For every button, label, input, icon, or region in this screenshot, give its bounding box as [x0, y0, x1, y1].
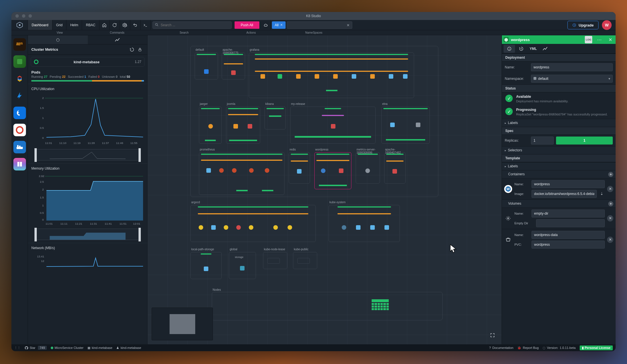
ns-kubesystem[interactable]: kube-system [329, 205, 400, 242]
delete-volume1-button[interactable]: ✕ [607, 215, 613, 221]
volume2-name-input[interactable] [532, 231, 605, 239]
ns-kubenodelease[interactable]: kube-node-lease [263, 252, 287, 269]
terminal-icon[interactable] [141, 20, 151, 30]
cluster-rancher[interactable] [13, 141, 26, 153]
namespace-chip-all[interactable]: All✕ [272, 21, 286, 29]
ns-kibana[interactable]: kibana [264, 107, 286, 129]
storage-icon [504, 236, 512, 244]
close-dot[interactable] [15, 14, 19, 18]
svg-point-6 [16, 127, 23, 133]
undo-icon[interactable] [130, 20, 141, 30]
delete-container-button[interactable]: ✕ [607, 186, 613, 192]
cluster-card[interactable]: kind-metabase 1.27 [31, 57, 144, 67]
subtab-info[interactable] [504, 45, 515, 53]
cluster-item-2[interactable] [13, 55, 26, 68]
sb-menu[interactable]: ⋮⋮ [14, 346, 21, 350]
container-name-input[interactable] [532, 180, 605, 188]
clear-icon[interactable]: ✕ [347, 23, 350, 27]
delete-volume2-button[interactable]: ✕ [607, 237, 613, 243]
cluster-docs[interactable] [13, 158, 26, 170]
ns-localstorage[interactable]: local-path-storage [190, 252, 222, 279]
sb-bug[interactable]: 🐞 Report Bug [517, 346, 539, 350]
sb-license[interactable]: ▮ Personal License [580, 345, 613, 350]
metrics-tab-hex[interactable]: ⬡ [28, 35, 88, 44]
add-volume-button[interactable]: + [608, 201, 613, 206]
search-input[interactable] [152, 21, 232, 29]
ns-prometheus[interactable]: prometheus [199, 152, 284, 195]
metrics-header: Cluster Metrics [28, 44, 147, 55]
subtab-history[interactable] [516, 45, 527, 53]
reset-icon[interactable] [128, 46, 136, 54]
sb-context-1[interactable]: ▦ kind-metabase [87, 346, 112, 350]
user-avatar[interactable]: W [602, 20, 612, 30]
ns-apache2[interactable]: apache-1698407482 [384, 152, 406, 184]
close-icon[interactable]: ✕ [606, 36, 614, 43]
add-container-button[interactable]: + [608, 172, 613, 177]
namespace-select[interactable]: default▾ [531, 75, 613, 83]
volume1-name-input[interactable] [532, 210, 605, 217]
expand-labels[interactable]: ▸Labels [502, 119, 616, 127]
volume1-type-input[interactable] [536, 219, 605, 227]
net-chart[interactable]: 13.4112 [31, 252, 144, 269]
lock-icon[interactable] [136, 46, 144, 54]
ns-myrelease[interactable]: my-release [290, 107, 376, 144]
minimize-dot[interactable] [22, 14, 25, 18]
cloud-sync-icon[interactable] [260, 20, 271, 30]
mem-brush[interactable] [35, 229, 140, 240]
cluster-digitalocean[interactable] [13, 107, 26, 119]
maximize-dot[interactable] [28, 14, 32, 18]
replicas-input[interactable] [531, 137, 554, 145]
ns-default[interactable]: default [195, 52, 218, 80]
mem-chart[interactable]: 2.92 2.5 2 1.5 1 0.5 0 11:0111:1111:2111… [31, 173, 144, 227]
sb-github[interactable]: Star 749 [25, 346, 47, 350]
push-all-button[interactable]: Push All [235, 21, 259, 29]
ns-elna[interactable]: elna [381, 107, 430, 144]
fullscreen-icon[interactable] [488, 331, 496, 339]
sb-cluster[interactable]: MicroService Cluster [51, 346, 84, 349]
deployment-name-input[interactable] [531, 63, 613, 71]
svg-text:11:46: 11:46 [116, 141, 123, 145]
gear-icon[interactable] [120, 20, 130, 30]
chip-remove-icon[interactable]: ✕ [280, 23, 283, 27]
cluster-gcp[interactable] [13, 72, 26, 85]
topology-canvas[interactable]: default apache-1698308775 grafana jaeger… [148, 35, 502, 344]
upgrade-button[interactable]: Upgrade [567, 21, 598, 29]
more-icon[interactable]: ⋯ [596, 36, 603, 43]
subtab-metrics[interactable] [540, 45, 551, 53]
status-bar: ⋮⋮ Star 749 MicroService Cluster ▦ kind-… [11, 344, 616, 351]
sb-docs[interactable]: ? Documentation [489, 346, 513, 349]
cluster-aws[interactable]: aws▔▔ [13, 38, 26, 51]
cpu-chart[interactable]: 2 1.5 1 0.5 0 11:0111:1011:1911:2811:371… [31, 93, 144, 147]
ns-grafana[interactable]: grafana [249, 52, 414, 98]
expand-labels-2[interactable]: ▸Labels [502, 162, 616, 170]
cpu-brush[interactable] [35, 149, 140, 160]
ns-metric-server[interactable]: metrics-server-1698308896 [356, 152, 380, 184]
home-icon[interactable] [99, 20, 110, 30]
ns-jaeger[interactable]: jaeger [199, 107, 222, 144]
ns-argocd[interactable]: argocd [190, 205, 316, 242]
expand-selectors[interactable]: ▸Selectors [502, 146, 616, 154]
cluster-openshift[interactable] [13, 124, 26, 136]
minimap[interactable] [152, 308, 213, 340]
ns-apache[interactable]: apache-1698308775 [222, 52, 245, 80]
ns-global[interactable]: globalstorage [229, 252, 256, 279]
tab-helm[interactable]: Helm [66, 20, 82, 30]
image-pull-icon[interactable]: ⇣ [598, 191, 605, 197]
refresh-icon[interactable] [110, 20, 120, 30]
ns-joomla[interactable]: joomla [226, 107, 260, 144]
tab-grid[interactable]: Grid [52, 20, 67, 30]
volume2-pvc-input[interactable] [532, 241, 605, 249]
ns-redis[interactable]: redis [289, 152, 310, 184]
ns-kubepublic[interactable]: kube-public [293, 252, 317, 269]
app-logo[interactable] [11, 20, 28, 30]
ns-wordpress[interactable]: wordpress [314, 152, 351, 189]
namespace-input[interactable]: ✕ [287, 21, 352, 29]
metrics-tab-chart[interactable] [88, 35, 148, 44]
logs-button[interactable]: LOG [585, 36, 592, 43]
container-image-input[interactable] [532, 190, 597, 198]
tab-rbac[interactable]: RBAC [82, 20, 99, 30]
sb-context-2[interactable]: ♟ kind-metabase [116, 346, 141, 350]
subtab-yml[interactable]: YML [528, 45, 539, 53]
tab-dashboard[interactable]: Dashboard [28, 20, 52, 30]
cluster-azure[interactable] [13, 90, 26, 102]
